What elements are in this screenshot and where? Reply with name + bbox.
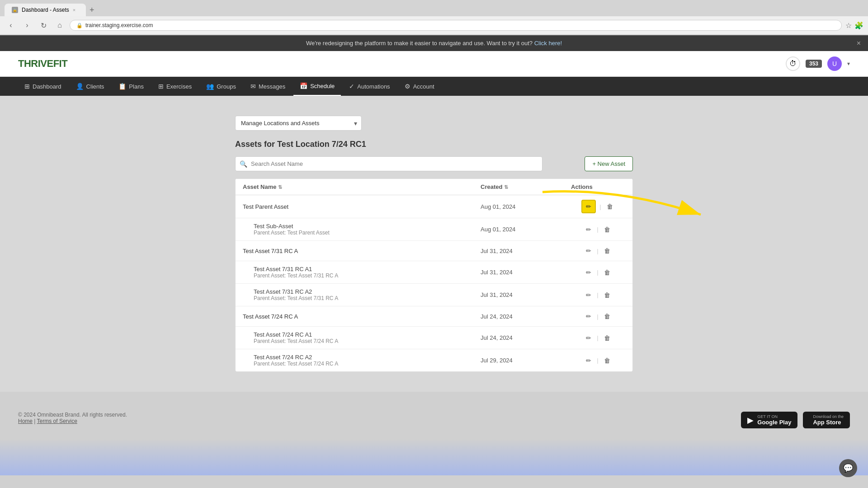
asset-name-text: Test Sub-Asset [254, 223, 481, 230]
home-button[interactable]: ⌂ [53, 19, 66, 32]
delete-button[interactable]: 🗑 [602, 290, 612, 300]
messages-icon: ✉ [250, 83, 256, 90]
nav-label-dashboard: Dashboard [33, 83, 61, 90]
table-row: Test Asset 7/31 RC A Jul 31, 2024 ✏ | 🗑 [236, 241, 632, 261]
chevron-down-icon[interactable]: ▾ [847, 61, 850, 67]
notification-link[interactable]: Click here! [534, 40, 562, 47]
delete-button[interactable]: 🗑 [602, 355, 612, 366]
asset-name-cell: Test Parent Asset [243, 203, 481, 210]
actions-cell: ✏ | 🗑 [571, 333, 625, 343]
nav-item-messages[interactable]: ✉ Messages [244, 77, 292, 95]
asset-name-text: Test Asset 7/24 RC A2 [254, 354, 481, 361]
chat-bubble[interactable]: 💬 [839, 459, 857, 475]
footer-left: © 2024 Omnibeast Brand. All rights reser… [18, 412, 127, 424]
actions-cell: ✏ | 🗑 [571, 311, 625, 322]
nav-label-plans: Plans [129, 83, 144, 90]
google-play-icon: ▶ [747, 415, 754, 425]
edit-button[interactable]: ✏ [581, 200, 596, 213]
nav-item-automations[interactable]: ✓ Automations [343, 77, 396, 95]
reload-button[interactable]: ↻ [37, 19, 50, 32]
lock-icon: 🔒 [76, 23, 83, 28]
action-separator: | [597, 313, 598, 320]
app-store-text: Download on the App Store [813, 414, 844, 426]
edit-button[interactable]: ✏ [584, 267, 593, 278]
nav-item-account[interactable]: ⚙ Account [398, 77, 441, 95]
notification-close-button[interactable]: × [857, 39, 861, 47]
new-asset-button[interactable]: + New Asset [585, 156, 633, 171]
delete-button[interactable]: 🗑 [602, 267, 612, 278]
asset-name-text: Test Asset 7/31 RC A1 [254, 266, 481, 272]
asset-name-text: Test Parent Asset [243, 203, 481, 210]
nav-item-dashboard[interactable]: ⊞ Dashboard [18, 77, 68, 95]
edit-button[interactable]: ✏ [584, 290, 593, 300]
content-area: Manage Locations and Assets ▾ Assets for… [217, 105, 651, 383]
edit-button[interactable]: ✏ [584, 224, 593, 235]
header-actions: Actions [571, 183, 625, 190]
edit-button[interactable]: ✏ [584, 333, 593, 343]
edit-button[interactable]: ✏ [584, 245, 593, 256]
asset-name-sort-icon[interactable]: ⇅ [278, 184, 282, 190]
logo-text: THRIVEFIT [18, 58, 67, 69]
actions-cell: ✏ | 🗑 [571, 290, 625, 300]
forward-button[interactable]: › [21, 19, 33, 32]
nav-item-groups[interactable]: 👥 Groups [200, 77, 242, 95]
app-store-badge[interactable]: Download on the App Store [803, 412, 850, 428]
notification-message: We're redesigning the platform to make i… [306, 40, 533, 47]
notification-bar: We're redesigning the platform to make i… [0, 35, 868, 51]
footer-home-link[interactable]: Home [18, 418, 33, 424]
edit-button[interactable]: ✏ [584, 311, 593, 322]
asset-name-cell: Test Asset 7/31 RC A [243, 248, 481, 254]
google-play-badge[interactable]: ▶ GET IT ON Google Play [741, 412, 797, 428]
address-bar[interactable]: 🔒 trainer.staging.exercise.com [70, 20, 842, 31]
exercises-icon: ⊞ [158, 83, 164, 90]
nav-item-schedule[interactable]: 📅 Schedule [293, 77, 341, 96]
nav-item-plans[interactable]: 📋 Plans [112, 77, 150, 95]
delete-button[interactable]: 🗑 [602, 224, 612, 235]
footer-right: ▶ GET IT ON Google Play Download on the … [741, 412, 850, 428]
table-row: Test Asset 7/31 RC A1 Parent Asset: Test… [236, 261, 632, 284]
extensions-button[interactable]: 🧩 [854, 21, 863, 30]
action-separator: | [599, 203, 601, 210]
delete-button[interactable]: 🗑 [602, 311, 612, 322]
notification-badge[interactable]: 353 [806, 60, 822, 68]
table-header: Asset Name ⇅ Created ⇅ Actions [236, 179, 632, 195]
delete-button[interactable]: 🗑 [605, 201, 615, 212]
delete-button[interactable]: 🗑 [602, 333, 612, 343]
edit-button[interactable]: ✏ [584, 355, 593, 366]
search-box: 🔍 [235, 156, 542, 171]
groups-icon: 👥 [206, 83, 214, 90]
asset-name-text: Test Asset 7/24 RC A [243, 313, 481, 320]
assets-table: Asset Name ⇅ Created ⇅ Actions Test Pare… [235, 178, 633, 372]
table-row: Test Asset 7/24 RC A1 Parent Asset: Test… [236, 327, 632, 349]
date-cell: Jul 31, 2024 [481, 248, 571, 254]
bottom-gradient [0, 439, 868, 475]
active-tab[interactable]: 🔒 Dashboard - Assets × [5, 4, 86, 16]
timer-icon[interactable]: ⏱ [786, 56, 800, 71]
search-and-new-row: 🔍 + New Asset [235, 156, 633, 171]
parent-label: Parent Asset: Test Asset 7/31 RC A [254, 272, 481, 279]
delete-button[interactable]: 🗑 [602, 245, 612, 256]
search-input[interactable] [235, 156, 542, 171]
google-play-line2: Google Play [757, 419, 791, 426]
app-store-line2: App Store [813, 419, 844, 426]
browser-toolbar: ‹ › ↻ ⌂ 🔒 trainer.staging.exercise.com ☆… [0, 16, 868, 35]
nav-item-exercises[interactable]: ⊞ Exercises [152, 77, 198, 95]
table-row: Test Asset 7/24 RC A2 Parent Asset: Test… [236, 349, 632, 371]
bookmark-button[interactable]: ☆ [845, 21, 852, 30]
header-asset-name: Asset Name ⇅ [243, 183, 481, 190]
asset-name-text: Test Asset 7/31 RC A [243, 248, 481, 254]
tab-close-button[interactable]: × [73, 7, 75, 13]
avatar[interactable]: U [827, 56, 842, 71]
copyright-text: © 2024 Omnibeast Brand. All rights reser… [18, 412, 127, 418]
tab-title: Dashboard - Assets [22, 7, 69, 13]
nav-item-clients[interactable]: 👤 Clients [70, 77, 111, 95]
action-separator: | [597, 269, 598, 276]
date-cell: Jul 31, 2024 [481, 291, 571, 298]
footer-tos-link[interactable]: Terms of Service [37, 418, 77, 424]
created-sort-icon[interactable]: ⇅ [504, 184, 508, 190]
new-tab-button[interactable]: + [86, 5, 98, 15]
tab-favicon: 🔒 [12, 7, 18, 13]
back-button[interactable]: ‹ [5, 19, 17, 32]
date-cell: Jul 31, 2024 [481, 269, 571, 276]
location-select[interactable]: Manage Locations and Assets [235, 116, 362, 131]
